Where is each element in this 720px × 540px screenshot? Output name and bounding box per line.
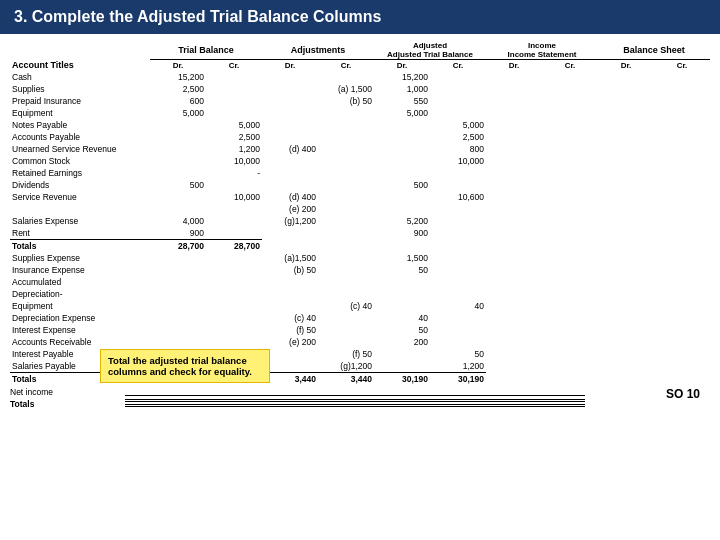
income-statement-header: IncomeIncome Statement [486,40,598,60]
data-cell [150,119,206,131]
data-cell [542,252,598,264]
data-cell [318,119,374,131]
table-row: Equipment(c) 4040 [10,300,710,312]
data-cell [206,107,262,119]
data-cell [654,95,710,107]
account-name-cell: Dividends [10,179,150,191]
data-cell [542,348,598,360]
data-cell [486,336,542,348]
data-cell [542,240,598,253]
data-cell [206,227,262,240]
data-cell [598,95,654,107]
data-cell [542,276,598,288]
data-cell: 500 [150,179,206,191]
data-cell: 550 [374,95,430,107]
data-cell [150,252,206,264]
data-cell: 28,700 [150,240,206,253]
table-row: Retained Earnings- [10,167,710,179]
data-cell [598,360,654,373]
data-cell [206,324,262,336]
data-cell [654,324,710,336]
data-cell [598,373,654,386]
data-cell [542,215,598,227]
data-cell [318,252,374,264]
data-cell [430,83,486,95]
table-row: Depreciation Expense(c) 4040 [10,312,710,324]
account-name-cell: Equipment [10,300,150,312]
data-cell [150,300,206,312]
data-cell [654,300,710,312]
data-cell: (e) 200 [262,336,318,348]
data-cell [318,324,374,336]
table-row: Dividends500500 [10,179,710,191]
account-name-cell: Totals [10,240,150,253]
data-cell: 900 [150,227,206,240]
data-cell [150,288,206,300]
data-cell [150,203,206,215]
account-name-cell: Service Revenue [10,191,150,203]
data-cell [318,312,374,324]
data-cell [486,83,542,95]
is-dr-header: Dr. [486,60,542,72]
data-cell [262,300,318,312]
data-cell [486,131,542,143]
data-cell: 30,190 [430,373,486,386]
data-cell [318,288,374,300]
data-cell [598,167,654,179]
data-cell: 15,200 [374,71,430,83]
atb-cr-header: Cr. [430,60,486,72]
table-row: Supplies2,500(a) 1,5001,000 [10,83,710,95]
data-cell: (f) 50 [262,324,318,336]
data-cell [486,155,542,167]
bs-dr-header: Dr. [598,60,654,72]
data-cell: (a) 1,500 [318,83,374,95]
data-cell [262,240,318,253]
table-row: Interest Expense(f) 5050 [10,324,710,336]
data-cell [262,276,318,288]
data-cell [374,348,430,360]
table-row: Unearned Service Revenue1,200(d) 400800 [10,143,710,155]
data-cell: (g)1,200 [262,215,318,227]
data-cell: (e) 200 [262,203,318,215]
data-cell [318,167,374,179]
data-cell: (g)1,200 [318,360,374,373]
data-cell [542,83,598,95]
data-cell [542,71,598,83]
data-cell [374,203,430,215]
data-cell [150,143,206,155]
data-cell [654,276,710,288]
data-cell [654,107,710,119]
data-cell [430,167,486,179]
data-cell [318,107,374,119]
data-cell [542,179,598,191]
data-cell: (b) 50 [262,264,318,276]
atb-dr-header: Dr. [374,60,430,72]
data-cell [262,107,318,119]
data-cell [598,155,654,167]
data-cell [206,71,262,83]
data-cell: (d) 400 [262,143,318,155]
data-cell [206,336,262,348]
table-row: Accumulated [10,276,710,288]
table-row: Common Stock10,00010,000 [10,155,710,167]
trial-balance-table: Account Titles Trial Balance Adjustments… [10,40,710,385]
data-cell [150,336,206,348]
data-cell [542,360,598,373]
data-cell [318,155,374,167]
totals-label: Totals [10,399,125,409]
data-cell: 1,200 [206,143,262,155]
data-cell [430,324,486,336]
data-cell [654,360,710,373]
data-cell [150,191,206,203]
data-cell: 500 [374,179,430,191]
data-cell: 40 [430,300,486,312]
tooltip-text: Total the adjusted trial balance columns… [108,355,252,377]
table-row: Service Revenue10,000(d) 40010,600 [10,191,710,203]
data-cell: 50 [374,324,430,336]
data-cell [318,240,374,253]
data-cell [598,71,654,83]
data-cell: 28,700 [206,240,262,253]
data-cell [486,119,542,131]
table-row: Supplies Expense(a)1,5001,500 [10,252,710,264]
data-cell [374,167,430,179]
